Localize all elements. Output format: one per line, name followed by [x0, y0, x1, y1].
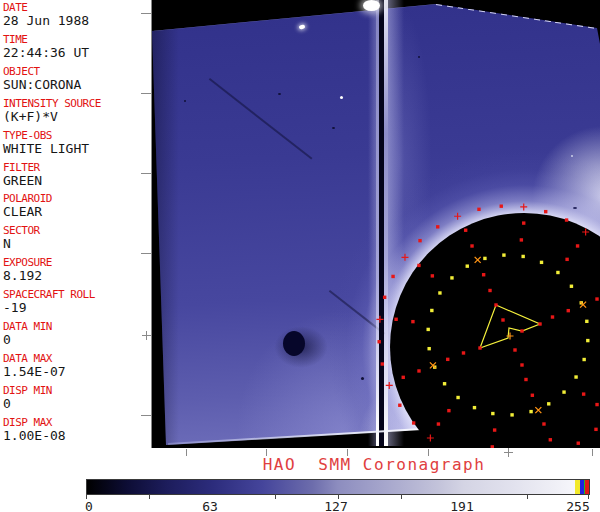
sidebar-field-disp-min: DISP MIN0	[3, 385, 52, 411]
field-label: DATE	[3, 2, 89, 13]
app-window: DATE28 Jun 1988TIME22:44:36 UTOBJECTSUN:…	[0, 0, 600, 512]
field-label: SPACECRAFT ROLL	[3, 289, 95, 300]
field-label: SECTOR	[3, 225, 40, 236]
dark-speck	[184, 100, 186, 102]
axis-tick	[186, 449, 187, 456]
axis-tick	[146, 331, 147, 340]
field-value: 22:44:36 UT	[3, 46, 89, 60]
field-value: CLEAR	[3, 205, 52, 219]
dark-streak	[209, 78, 313, 160]
colorbar-tick	[149, 494, 150, 499]
sidebar-field-intensity-source: INTENSITY SOURCE(K+F)*V	[3, 98, 101, 124]
axis-tick	[141, 173, 151, 174]
axis-tick	[141, 415, 151, 416]
frame-top-edge-bright	[436, 3, 598, 29]
field-label: DATA MIN	[3, 321, 52, 332]
colorbar-label: 63	[202, 499, 218, 512]
colorbar-label: 191	[450, 499, 473, 512]
field-value: SUN:CORONA	[3, 78, 81, 92]
field-value: -19	[3, 301, 95, 315]
dark-speck	[332, 127, 335, 129]
sidebar-field-disp-max: DISP MAX1.00E-08	[3, 417, 66, 443]
star	[571, 155, 573, 157]
dust-blob	[283, 331, 305, 356]
colorbar-saturation-stripe	[585, 480, 589, 494]
field-value: 8.192	[3, 269, 52, 283]
field-value: 0	[3, 397, 52, 411]
colorbar-tick	[275, 494, 276, 499]
axis-tick	[141, 253, 151, 254]
sidebar-field-data-min: DATA MIN0	[3, 321, 52, 347]
sidebar-field-filter: FILTERGREEN	[3, 162, 42, 188]
colorbar-tick	[401, 494, 402, 499]
sidebar-field-type-obs: TYPE-OBSWHITE LIGHT	[3, 130, 89, 156]
field-label: FILTER	[3, 162, 42, 173]
field-value: GREEN	[3, 174, 42, 188]
sidebar-field-spacecraft-roll: SPACECRAFT ROLL-19	[3, 289, 95, 315]
field-value: 1.54E-07	[3, 365, 66, 379]
pylon-left-glow	[368, 0, 376, 446]
colorbar-label: 127	[324, 499, 347, 512]
dark-speck	[278, 93, 281, 95]
field-label: TIME	[3, 34, 89, 45]
field-value: (K+F)*V	[3, 110, 101, 124]
field-label: DISP MIN	[3, 385, 52, 396]
colorbar	[86, 479, 590, 495]
field-value: 0	[3, 333, 52, 347]
colorbar-label: 0	[85, 499, 93, 512]
colorbar-label: 255	[566, 499, 589, 512]
sidebar-field-object: OBJECTSUN:CORONA	[3, 66, 81, 92]
axis-tick	[141, 13, 151, 14]
field-value: WHITE LIGHT	[3, 142, 89, 156]
pylon-top-flare	[363, 0, 380, 11]
image-canvas	[151, 0, 600, 448]
field-label: INTENSITY SOURCE	[3, 98, 101, 109]
colorbar-tick	[527, 494, 528, 499]
star	[340, 96, 343, 99]
metadata-sidebar: DATE28 Jun 1988TIME22:44:36 UTOBJECTSUN:…	[0, 0, 150, 460]
sidebar-field-sector: SECTORN	[3, 225, 40, 251]
field-value: N	[3, 237, 40, 251]
plot-title: HAO SMM Coronagraph	[263, 455, 486, 474]
field-label: POLAROID	[3, 193, 52, 204]
field-label: OBJECT	[3, 66, 81, 77]
field-label: EXPOSURE	[3, 257, 52, 268]
axis-tick	[141, 93, 151, 94]
sidebar-field-data-max: DATA MAX1.54E-07	[3, 353, 66, 379]
dark-speck	[418, 56, 420, 58]
sidebar-field-polaroid: POLAROIDCLEAR	[3, 193, 52, 219]
field-label: DATA MAX	[3, 353, 66, 364]
sidebar-field-time: TIME22:44:36 UT	[3, 34, 89, 60]
dark-speck	[573, 207, 577, 209]
field-label: DISP MAX	[3, 417, 66, 428]
axis-tick	[508, 448, 509, 457]
field-value: 1.00E-08	[3, 429, 66, 443]
axis-tick	[592, 449, 593, 456]
sidebar-field-date: DATE28 Jun 1988	[3, 2, 89, 28]
star	[299, 24, 306, 29]
field-value: 28 Jun 1988	[3, 14, 89, 28]
dark-speck	[361, 377, 364, 380]
field-label: TYPE-OBS	[3, 130, 89, 141]
sidebar-field-exposure: EXPOSURE8.192	[3, 257, 52, 283]
